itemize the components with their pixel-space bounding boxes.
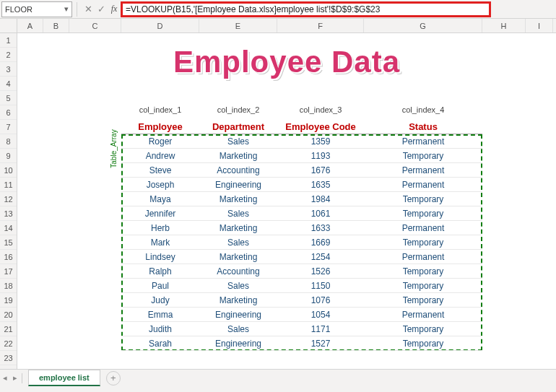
cell-code[interactable]: 1061 [277,206,364,221]
tab-nav-prev[interactable]: ◂ [0,373,10,383]
row-header-11[interactable]: 11 [0,178,17,192]
cell-department[interactable]: Engineering [199,308,277,322]
cell-employee[interactable]: Roger [121,134,199,149]
cell-code[interactable]: 1984 [277,192,364,206]
cell-code[interactable]: 1254 [277,250,364,264]
cell-status[interactable]: Temporary [364,264,482,279]
row-header-23[interactable]: 23 [0,351,17,365]
cell-code[interactable]: 1526 [277,264,364,279]
cell-code[interactable]: 1359 [277,134,364,149]
row-header-22[interactable]: 22 [0,336,17,351]
cell-code[interactable]: 1150 [277,279,364,293]
cell-status[interactable]: Temporary [364,336,482,351]
cells-area[interactable]: Employee Data col_index_1 col_index_2 co… [17,33,556,369]
col-header-D[interactable]: D [121,19,199,32]
cell-code[interactable]: 1076 [277,293,364,308]
tab-nav-next[interactable]: ▸ [10,373,20,383]
row-header-2[interactable]: 2 [0,48,17,62]
cell-status[interactable]: Temporary [364,206,482,221]
cell-status[interactable]: Temporary [364,235,482,250]
cell-code[interactable]: 1527 [277,336,364,351]
row-header-7[interactable]: 7 [0,120,17,134]
cell-code[interactable]: 1193 [277,149,364,163]
cell-employee[interactable]: Judith [121,322,199,336]
cell-department[interactable]: Engineering [199,336,277,351]
cell-code[interactable]: 1669 [277,235,364,250]
col-header-G[interactable]: G [364,19,482,32]
name-box[interactable]: FLOOR ▾ [1,1,72,17]
row-header-14[interactable]: 14 [0,221,17,235]
row-header-13[interactable]: 13 [0,206,17,221]
cell-status[interactable]: Permanent [364,250,482,264]
cell-status[interactable]: Temporary [364,192,482,206]
cell-status[interactable]: Permanent [364,308,482,322]
cell-employee[interactable]: Ralph [121,264,199,279]
cell-code[interactable]: 1171 [277,322,364,336]
select-all-corner[interactable] [0,19,17,32]
row-header-17[interactable]: 17 [0,264,17,279]
cell-department[interactable]: Sales [199,206,277,221]
cell-code[interactable]: 1676 [277,163,364,178]
col-header-C[interactable]: C [69,19,121,32]
cell-status[interactable]: Temporary [364,149,482,163]
cell-employee[interactable]: Judy [121,293,199,308]
cell-employee[interactable]: Emma [121,308,199,322]
cell-employee[interactable]: Joseph [121,178,199,192]
cell-employee[interactable]: Lindsey [121,250,199,264]
col-header-E[interactable]: E [199,19,277,32]
cell-department[interactable]: Sales [199,134,277,149]
cell-department[interactable]: Marketing [199,221,277,235]
row-header-15[interactable]: 15 [0,235,17,250]
col-header-H[interactable]: H [482,19,526,32]
cell-status[interactable]: Permanent [364,178,482,192]
col-header-A[interactable]: A [17,19,43,32]
row-header-8[interactable]: 8 [0,134,17,149]
cell-department[interactable]: Engineering [199,178,277,192]
enter-formula-button[interactable]: ✓ [95,4,108,14]
cell-employee[interactable]: Sarah [121,336,199,351]
cell-department[interactable]: Sales [199,279,277,293]
row-header-9[interactable]: 9 [0,149,17,163]
cell-department[interactable]: Marketing [199,149,277,163]
cell-status[interactable]: Permanent [364,134,482,149]
row-header-4[interactable]: 4 [0,77,17,91]
cell-employee[interactable]: Paul [121,279,199,293]
row-header-5[interactable]: 5 [0,91,17,105]
row-header-1[interactable]: 1 [0,33,17,48]
row-header-16[interactable]: 16 [0,250,17,264]
row-header-3[interactable]: 3 [0,62,17,77]
cell-employee[interactable]: Andrew [121,149,199,163]
cell-status[interactable]: Permanent [364,221,482,235]
cell-status[interactable]: Temporary [364,279,482,293]
col-header-B[interactable]: B [43,19,69,32]
cell-status[interactable]: Permanent [364,163,482,178]
cell-status[interactable]: Temporary [364,322,482,336]
cell-department[interactable]: Accounting [199,163,277,178]
cell-code[interactable]: 1635 [277,178,364,192]
row-header-6[interactable]: 6 [0,105,17,120]
cancel-formula-button[interactable]: ✕ [82,4,95,14]
cell-employee[interactable]: Jennifer [121,206,199,221]
row-header-12[interactable]: 12 [0,192,17,206]
formula-input[interactable]: =VLOOKUP(B15,'[Employee Data.xlsx]employ… [126,4,380,14]
cell-status[interactable]: Temporary [364,293,482,308]
col-header-I[interactable]: I [526,19,553,32]
row-header-10[interactable]: 10 [0,163,17,178]
add-sheet-button[interactable]: + [106,371,121,386]
cell-employee[interactable]: Herb [121,221,199,235]
cell-employee[interactable]: Mark [121,235,199,250]
cell-department[interactable]: Accounting [199,264,277,279]
sheet-tab-employee-list[interactable]: employee list [28,370,100,386]
cell-employee[interactable]: Maya [121,192,199,206]
cell-department[interactable]: Marketing [199,293,277,308]
row-header-21[interactable]: 21 [0,322,17,336]
cell-department[interactable]: Marketing [199,192,277,206]
cell-code[interactable]: 1054 [277,308,364,322]
dropdown-icon[interactable]: ▾ [64,4,69,14]
col-header-F[interactable]: F [277,19,364,32]
insert-function-button[interactable]: fx [108,4,121,14]
cell-department[interactable]: Sales [199,235,277,250]
row-header-18[interactable]: 18 [0,279,17,293]
cell-code[interactable]: 1633 [277,221,364,235]
cell-department[interactable]: Sales [199,322,277,336]
